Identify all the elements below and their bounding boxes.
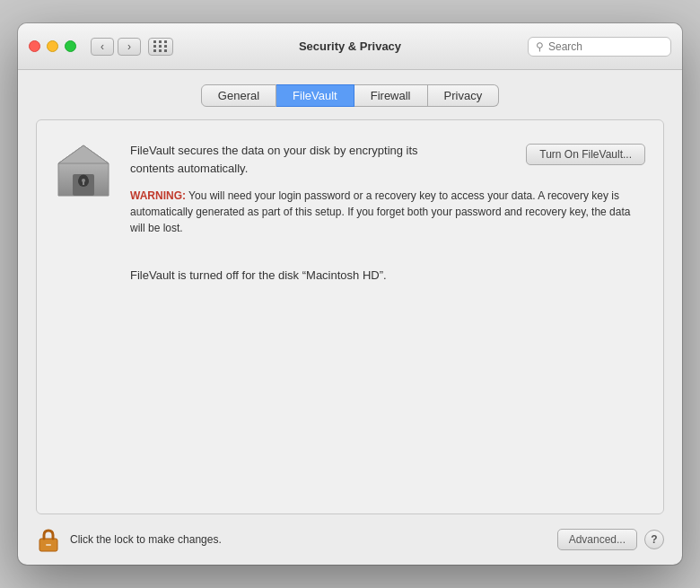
advanced-button[interactable]: Advanced...: [557, 529, 637, 550]
search-box[interactable]: ⚲: [528, 37, 671, 57]
window-title: Security & Privacy: [299, 39, 401, 53]
svg-marker-1: [58, 145, 109, 163]
grid-menu-button[interactable]: [148, 38, 173, 56]
lock-icon[interactable]: [36, 527, 61, 552]
forward-button[interactable]: ›: [118, 38, 141, 56]
minimize-button[interactable]: [47, 40, 58, 52]
main-window: ‹ › Security & Privacy ⚲ General FileVau…: [18, 23, 682, 565]
grid-icon: [153, 40, 168, 52]
filevault-description: FileVault secures the data on your disk …: [130, 142, 435, 177]
filevault-header: FileVault secures the data on your disk …: [55, 142, 645, 252]
turn-on-filevault-button[interactable]: Turn On FileVault...: [526, 144, 645, 165]
warning-text: WARNING: You will need your login passwo…: [130, 188, 645, 236]
filevault-info: FileVault secures the data on your disk …: [130, 142, 645, 252]
tabs: General FileVault Firewall Privacy: [36, 84, 664, 107]
tab-general[interactable]: General: [201, 84, 276, 107]
warning-label: WARNING:: [130, 189, 186, 202]
nav-buttons: ‹ ›: [91, 38, 141, 56]
filevault-status: FileVault is turned off for the disk “Ma…: [55, 268, 645, 282]
filevault-icon: [55, 142, 112, 199]
bottom-bar: Click the lock to make changes. Advanced…: [18, 514, 682, 565]
traffic-lights: [29, 40, 76, 52]
back-button[interactable]: ‹: [91, 38, 114, 56]
lock-label: Click the lock to make changes.: [70, 533, 222, 546]
close-button[interactable]: [29, 40, 40, 52]
titlebar: ‹ › Security & Privacy ⚲: [18, 23, 682, 70]
warning-body: You will need your login password or a r…: [130, 189, 630, 234]
tab-firewall[interactable]: Firewall: [354, 84, 428, 107]
svg-rect-5: [83, 181, 84, 185]
tab-filevault[interactable]: FileVault: [276, 84, 354, 107]
maximize-button[interactable]: [65, 40, 76, 52]
svg-rect-7: [46, 544, 51, 546]
help-button[interactable]: ?: [644, 530, 664, 549]
search-icon: ⚲: [536, 40, 544, 53]
tab-privacy[interactable]: Privacy: [428, 84, 500, 107]
bottom-right-controls: Advanced... ?: [557, 529, 664, 550]
filevault-panel: FileVault secures the data on your disk …: [36, 119, 664, 514]
content-area: General FileVault Firewall Privacy: [18, 70, 682, 514]
search-input[interactable]: [548, 40, 663, 53]
